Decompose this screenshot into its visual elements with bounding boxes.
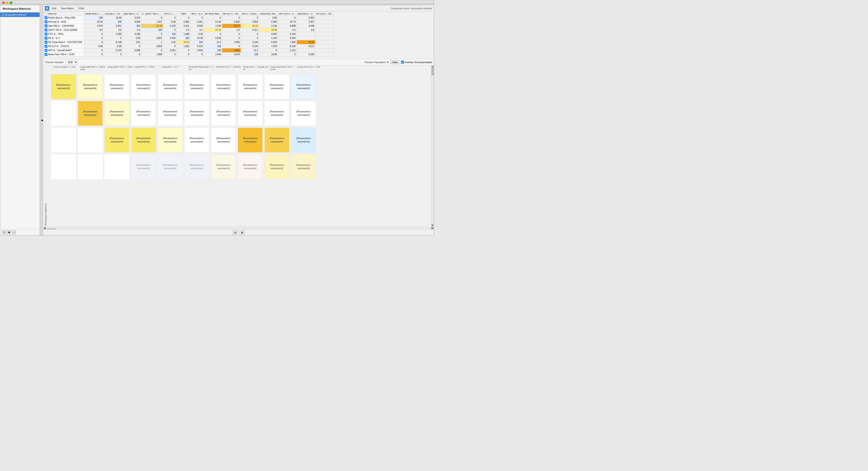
comp-cell-3-9[interactable]: (Parameters mismatch) [265,127,289,152]
cell[interactable]: 4.049 [297,24,315,28]
cell[interactable]: 59.27 [222,24,241,28]
cell[interactable] [315,53,334,57]
cell[interactable]: 0 [204,32,222,36]
cell[interactable]: 0 [123,45,141,49]
scroll-down-button[interactable]: ▼ [431,224,434,227]
comp-cell-1-6[interactable]: (Parameters mismatch) [184,74,209,99]
cell[interactable]: 0.211 [297,45,315,49]
cell[interactable] [315,49,334,53]
overlay-checkbox[interactable] [401,61,404,64]
cell[interactable]: 0 [222,32,241,36]
cell[interactable]: 0 [278,16,297,20]
cell[interactable]: 0.931 [104,24,123,28]
comp-cell-1-7[interactable]: (Parameters mismatch) [211,74,236,99]
cell[interactable]: 0.2 [278,28,297,32]
comp-cell-4-6[interactable]: (Parameters mismatch) [184,154,209,179]
comp-cell-2-4[interactable]: (Parameters mismatch) [131,101,156,126]
cell[interactable]: 0 [123,53,141,57]
cell[interactable]: 12.2 [241,49,259,53]
cell[interactable]: 10.04 [84,20,104,24]
cell[interactable]: 4.146 [259,24,278,28]
cell[interactable]: 100 [163,32,177,36]
minimize-button[interactable] [6,1,8,4]
cell[interactable]: 0.679 [222,53,241,57]
cell[interactable]: 0 [222,16,241,20]
cell[interactable]: 0 [278,53,297,57]
cell[interactable]: 0 [259,49,278,53]
cell[interactable] [297,36,315,40]
cell[interactable]: 0.143 [278,32,297,36]
scroll-up-button[interactable]: ▲ [431,65,434,68]
square-button[interactable]: ■ [7,230,11,234]
cell[interactable]: 0 [222,45,241,49]
comp-cell-1-4[interactable]: (Parameters mismatch) [131,74,156,99]
cell[interactable]: 0.144 [241,45,259,49]
cell[interactable]: 3.592 [222,40,241,45]
cell[interactable]: 0.1 [190,28,204,32]
sidebar-item-acquisition-defined[interactable]: Acquisition-defined [0,12,39,17]
cell[interactable]: 0.051 [297,16,315,20]
cell[interactable]: 3.265 [104,32,123,36]
cell[interactable]: -0.149 [104,40,123,45]
cell[interactable]: 100 [177,36,190,40]
maximize-button[interactable] [10,1,12,4]
cell[interactable]: 0 [141,32,163,36]
cell[interactable]: 0 [204,16,222,20]
cell[interactable]: 4.975 [84,24,104,28]
comp-cell-3-4[interactable]: (Parameters mismatch) [131,127,156,152]
comp-cell-1-9[interactable]: (Parameters mismatch) [265,74,289,99]
cell[interactable]: 0 [190,53,204,57]
scroll-right-button[interactable]: ▶ [431,227,434,229]
cell[interactable]: 1.969 [141,53,163,57]
bottom-scrollbar[interactable]: ◀ ▶ [43,227,434,229]
cell[interactable]: 0.221 [177,24,190,28]
cell[interactable]: 100 [104,20,123,24]
sidebar-collapse[interactable]: ◀ [40,5,43,235]
cell[interactable]: 14.48 [190,36,204,40]
cell[interactable]: 0.15 [163,40,177,45]
cell[interactable]: 0 [84,40,104,45]
cell[interactable]: 0 [177,16,190,20]
cell[interactable]: 0 [84,32,104,36]
cell[interactable]: -0.146 [278,45,297,49]
cell[interactable]: 0.087 [141,36,163,40]
cell[interactable]: 42.63 [241,24,259,28]
cell[interactable]: 0.542 [259,32,278,36]
cell[interactable]: 0 [141,16,163,20]
cell[interactable]: 8.698 [278,24,297,28]
edit-menu[interactable]: Edit [51,6,57,10]
zoom-out-button[interactable]: ⊖ [233,231,238,235]
cell[interactable] [315,45,334,49]
cell[interactable]: 0 [84,49,104,53]
overlay-checkbox-label[interactable]: Overlay Uncompensated [401,61,432,64]
comp-cell-1-8[interactable]: (Parameters mismatch) [238,74,263,99]
show-all-label[interactable]: Show All [44,12,83,15]
cell[interactable]: 2.6 [222,28,241,32]
cell[interactable]: 100 [204,45,222,49]
cell[interactable]: 0 [84,36,104,40]
cell[interactable] [297,49,315,53]
right-scrollbar[interactable]: ▲ ▼ [431,65,434,227]
cell[interactable]: 7.505 [278,40,297,45]
cell[interactable]: 0.143 [104,49,123,53]
cell[interactable]: 0.5 [104,28,123,32]
comp-cell-2-10[interactable]: (Parameters mismatch) [291,101,316,126]
save-matrix-menu[interactable]: Save Matrix [60,6,75,10]
cell[interactable]: 100 [84,16,104,20]
cell[interactable]: 0 [241,36,259,40]
cell[interactable]: 0.833 [204,36,222,40]
cell[interactable]: 0 [104,53,123,57]
cell[interactable]: 3.51 [123,40,141,45]
cell[interactable]: 37.33 [204,28,222,32]
cell[interactable]: 5.854 [141,45,163,49]
matrix-table-container[interactable]: Show All Pacific Blue-A :: ... AmCyan-A … [43,11,434,59]
cell[interactable]: 0.201 [190,20,204,24]
comp-cell-3-8[interactable]: (Parameters mismatch) [238,127,263,152]
comp-cell-1-5[interactable]: (Parameters mismatch) [158,74,183,99]
cell[interactable]: 100 [204,49,222,53]
cell[interactable]: 0.102 [163,24,177,28]
comp-cell-2-5[interactable]: (Parameters mismatch) [158,101,183,126]
comp-cell-4-10[interactable]: (Parameters mismatch) [291,154,316,179]
cell[interactable]: 0.28 [163,20,177,24]
cell[interactable]: 0.933 [190,49,204,53]
